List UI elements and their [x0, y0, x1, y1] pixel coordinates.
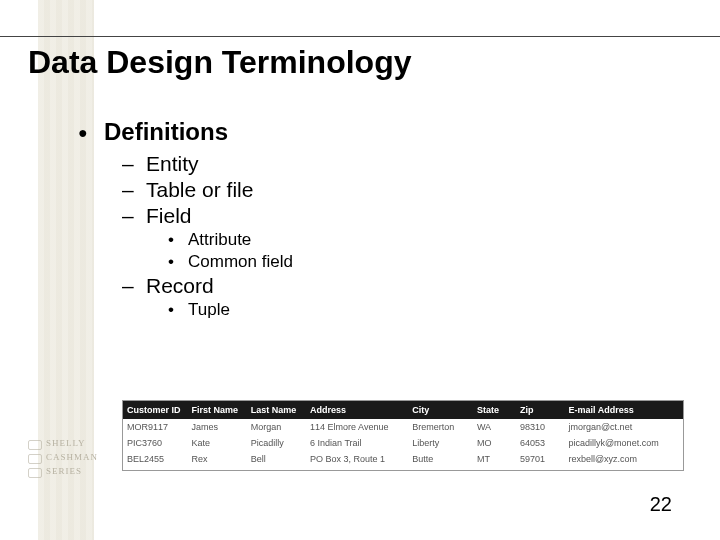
table-row: MOR9117 James Morgan 114 Elmore Avenue B… — [123, 419, 683, 435]
bullet-l3: Attribute — [188, 230, 682, 250]
bullet-l2: Table or file — [146, 178, 682, 202]
table-row: PIC3760 Kate Picadilly 6 Indian Trail Li… — [123, 435, 683, 451]
table-row: BEL2455 Rex Bell PO Box 3, Route 1 Butte… — [123, 451, 683, 470]
logo-line: CASHMAN — [46, 450, 98, 464]
bullet-l3: Tuple — [188, 300, 682, 320]
bullet-l2: Entity — [146, 152, 682, 176]
col-first-name: First Name — [188, 401, 247, 419]
col-address: Address — [306, 401, 408, 419]
page-number: 22 — [650, 493, 672, 516]
title-rule — [0, 36, 720, 37]
logo-line: SHELLY — [46, 436, 98, 450]
example-table: Customer ID First Name Last Name Address… — [122, 400, 684, 471]
col-zip: Zip — [516, 401, 564, 419]
logo-bars-icon — [28, 440, 40, 482]
col-state: State — [473, 401, 516, 419]
bullet-l2: Field — [146, 204, 682, 228]
series-logo: SHELLY CASHMAN SERIES — [34, 436, 98, 486]
bullet-l2: Record — [146, 274, 682, 298]
table-header-row: Customer ID First Name Last Name Address… — [123, 401, 683, 419]
slide-title: Data Design Terminology — [28, 44, 411, 81]
logo-line: SERIES — [46, 464, 98, 478]
bullet-l1: Definitions — [104, 118, 682, 146]
col-last-name: Last Name — [247, 401, 306, 419]
col-email: E-mail Address — [564, 401, 683, 419]
bullet-l3: Common field — [188, 252, 682, 272]
col-city: City — [408, 401, 473, 419]
col-customer-id: Customer ID — [123, 401, 188, 419]
bullet-content: Definitions Entity Table or file Field A… — [82, 110, 682, 322]
